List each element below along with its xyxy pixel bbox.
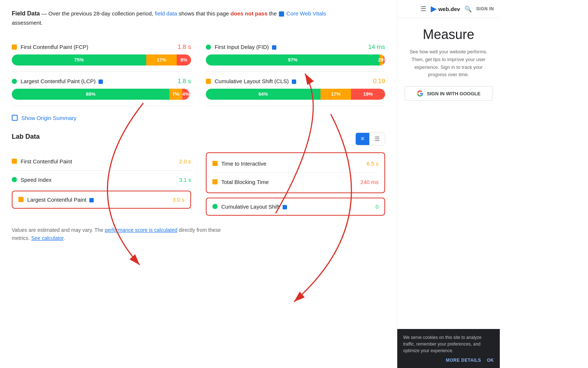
lcp-bar-needs-improvement: 7% [169,89,182,100]
measure-card: Measure See how well your website perfor… [397,18,500,329]
header-description-2: shows that this page [179,10,230,17]
lab-tbt-value: 240 ms [361,179,379,185]
lab-fcp-name: First Contentful Paint [21,158,179,164]
cls-bar-needs-improvement: 17% [320,89,351,100]
lab-lcp-value: 3.0 s [172,197,184,203]
lab-tti-value: 6.5 s [366,160,379,167]
lab-left-col: First Contentful Paint 2.0 s Speed Index… [12,152,191,217]
lab-data-title: Lab Data [12,133,40,141]
origin-summary-row[interactable]: Show Origin Summary [12,115,385,121]
lcp-name: Largest Contentful Paint (LCP) [21,78,178,84]
origin-summary-label: Show Origin Summary [21,115,76,121]
cwv-flag-icon [279,11,284,17]
lab-metric-tbt: Total Blocking Time 240 ms [212,173,379,191]
lcp-progress-bar: 88% 7% 4% [12,89,191,100]
fid-flag-icon [272,45,276,50]
origin-summary-checkbox[interactable] [12,115,18,121]
lab-tti-name: Time to Interactive [221,160,366,167]
webdev-logo: ▶ web.dev [431,4,460,13]
metric-cls: Cumulative Layout Shift (CLS) 0.19 64% 1… [206,72,385,106]
lab-speed-name: Speed Index [21,177,179,183]
lab-metric-fcp: First Contentful Paint 2.0 s [12,152,191,171]
lab-data-section: Lab Data ≡ ☰ First Contentful Paint 2.0 … [12,133,385,217]
toggle-list-btn[interactable]: ☰ [369,133,385,145]
google-signin-button[interactable]: SIGN IN WITH GOOGLE [405,86,492,101]
fcp-bar-poor: 8% [177,54,191,66]
lab-metric-cls: Cumulative Layout Shift 0 [206,198,385,216]
lab-lcp-flag-icon [89,198,94,202]
metric-fid: First Input Delay (FID) 14 ms 97% 2% 1% [206,38,385,72]
footer-text-1: Values are estimated and may vary. The [12,227,105,233]
sidebar-topbar: ☰ ▶ web.dev 🔍 SIGN IN [397,0,500,18]
fcp-bar-good: 75% [12,54,146,66]
field-metrics-grid: First Contentful Paint (FCP) 1.8 s 75% 1… [12,38,385,106]
field-data-header: Field Data — Over the previous 28-day co… [12,9,343,27]
fcp-bar-needs-improvement: 17% [146,54,177,66]
cookie-text: We serve cookies on this site to analyze… [403,334,494,354]
fid-bar-good: 97% [206,54,380,66]
lab-metric-speed-index: Speed Index 3.1 s [12,171,191,189]
measure-description: See how well your website performs. Then… [405,48,492,79]
fcp-progress-bar: 75% 17% 8% [12,54,191,66]
cookie-actions: MORE DETAILS OK [403,358,494,363]
lab-tti-tbt-group: Time to Interactive 6.5 s Total Blocking… [206,152,385,193]
lab-tti-icon [212,161,218,166]
cls-value: 0.19 [373,78,385,85]
cls-icon [206,79,211,84]
lcp-value: 1.8 s [178,78,191,85]
sign-in-text[interactable]: SIGN IN [476,6,494,11]
fid-progress-bar: 97% 2% 1% [206,54,385,66]
footer-text-2: directly from these [178,227,221,233]
lab-metrics-grid: First Contentful Paint 2.0 s Speed Index… [12,152,385,217]
lab-lcp-icon [18,197,24,202]
field-data-label: Field Data [12,10,40,17]
does-not-pass: does not pass [230,10,268,17]
header-description-4: assessment. [12,20,43,26]
google-signin-label: SIGN IN WITH GOOGLE [427,91,481,96]
lab-fcp-value: 2.0 s [179,158,191,164]
measure-title: Measure [405,27,492,42]
lab-speed-icon [12,177,17,182]
toggle-grid-btn[interactable]: ≡ [356,133,369,145]
lab-tbt-name: Total Blocking Time [221,179,361,185]
calculator-link[interactable]: See calculator [31,235,64,241]
fcp-name: First Contentful Paint (FCP) [21,44,178,50]
lab-tbt-icon [212,179,218,184]
fid-icon [206,45,211,50]
cls-bar-poor: 19% [351,89,385,100]
field-data-link[interactable]: field data [155,10,177,17]
fid-bar-poor: 1% [383,54,385,66]
hamburger-menu-icon[interactable]: ☰ [420,5,426,13]
fcp-icon [12,45,17,50]
lcp-flag-icon [98,79,103,84]
metric-fcp: First Contentful Paint (FCP) 1.8 s 75% 1… [12,38,191,72]
cls-name: Cumulative Layout Shift (CLS) [215,78,373,84]
lab-right-col: Time to Interactive 6.5 s Total Blocking… [206,152,385,217]
lab-cls-name: Cumulative Layout Shift [221,204,376,210]
perf-score-link[interactable]: performance score is calculated [105,227,178,233]
lab-data-toggle[interactable]: ≡ ☰ [355,132,385,145]
lab-cls-flag-icon [283,205,287,209]
search-icon[interactable]: 🔍 [465,6,472,13]
webdev-logo-text: web.dev [438,6,460,12]
fcp-value: 1.8 s [178,43,191,51]
sidebar: ☰ ▶ web.dev 🔍 SIGN IN Measure See how we… [397,0,500,368]
ok-button[interactable]: OK [487,358,494,363]
lab-cls-value: 0 [376,204,379,210]
lcp-bar-good: 88% [12,89,169,100]
footer-note: Values are estimated and may vary. The p… [12,226,385,243]
lcp-icon [12,79,17,84]
metric-lcp: Largest Contentful Paint (LCP) 1.8 s 88%… [12,72,191,106]
cookie-banner: We serve cookies on this site to analyze… [397,329,500,368]
lab-cls-icon [212,204,218,209]
lab-speed-value: 3.1 s [179,177,191,183]
fid-name: First Input Delay (FID) [215,44,368,50]
lab-fcp-icon [12,159,17,164]
lab-lcp-name: Largest Contentful Paint [27,197,172,203]
cls-progress-bar: 64% 17% 19% [206,89,385,100]
cls-flag-icon [292,79,296,84]
more-details-button[interactable]: MORE DETAILS [446,358,481,363]
core-web-vitals-link[interactable]: Core Web Vitals [286,10,326,17]
header-description-1: — Over the previous 28-day collection pe… [42,10,155,17]
fid-value: 14 ms [368,43,385,51]
